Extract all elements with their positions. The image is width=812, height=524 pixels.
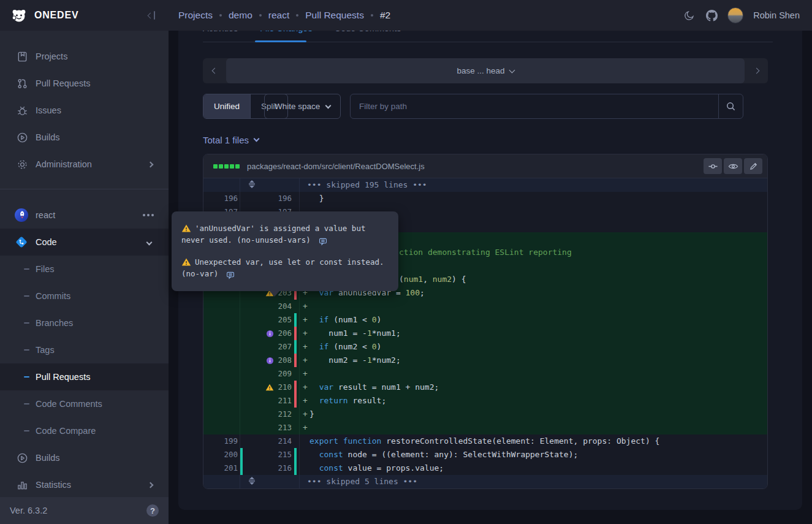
new-line-number: 210	[240, 381, 292, 394]
sidebar-project-react[interactable]: react	[0, 202, 169, 229]
diff-added-row[interactable]: 210+ var result = num1 + num2;	[203, 381, 767, 394]
sidebar-item-statistics[interactable]: Statistics	[0, 471, 169, 498]
breadcrumb-react[interactable]: react	[268, 10, 289, 21]
new-line-number: 211	[240, 394, 292, 408]
expand-lines-icon[interactable]	[248, 180, 256, 190]
user-avatar[interactable]	[727, 7, 743, 23]
range-prev-icon[interactable]	[203, 58, 226, 83]
tab-code-comments[interactable]: Code Comments	[335, 31, 401, 33]
filter-by-path-input[interactable]	[351, 94, 743, 118]
added-marker: +	[303, 354, 308, 367]
old-line-number	[203, 300, 238, 313]
info-icon[interactable]	[265, 356, 274, 365]
diff-added-row[interactable]: 211+ return result;	[203, 394, 767, 408]
tab-file-changes[interactable]: File Changes	[260, 31, 312, 33]
sidebar-item-administration[interactable]: Administration	[0, 151, 169, 178]
github-icon[interactable]	[705, 9, 718, 21]
diff-context-row[interactable]: 200215 const node = ((element: any): Sel…	[203, 448, 767, 461]
code-line: + num1 = -1*num1;	[300, 327, 767, 340]
breadcrumb-pull-requests[interactable]: Pull Requests	[305, 10, 364, 21]
collapse-sidebar-icon[interactable]	[148, 11, 155, 20]
new-line-number: 213	[240, 421, 292, 435]
breadcrumb-demo[interactable]: demo	[229, 10, 252, 21]
old-line-number	[203, 408, 238, 421]
coverage-bar	[294, 448, 297, 461]
unified-button[interactable]: Unified	[203, 94, 250, 118]
coverage-bar	[240, 448, 243, 461]
chevron-down-icon	[146, 239, 153, 245]
sidebar-item-label: Code Compare	[36, 426, 96, 436]
base-head-selector[interactable]: base ... head	[226, 58, 745, 83]
code-text: num2 = -1*num2;	[309, 354, 401, 367]
old-line-number	[203, 367, 238, 381]
edit-pencil-icon[interactable]	[744, 158, 762, 174]
diff-added-row[interactable]: 213+	[203, 421, 767, 435]
gear-icon	[16, 158, 28, 170]
diff-context-row[interactable]: 199214export function restoreControlledS…	[203, 435, 767, 448]
dash-icon	[24, 349, 29, 351]
commit-range-bar[interactable]: base ... head	[203, 58, 768, 83]
comment-icon[interactable]	[222, 269, 235, 281]
total-files-toggle[interactable]: Total 1 files	[203, 132, 259, 147]
search-icon[interactable]	[718, 94, 743, 118]
breadcrumb-separator	[219, 14, 222, 17]
comment-icon[interactable]	[315, 235, 327, 247]
expand-lines-icon[interactable]	[248, 477, 256, 487]
diff-added-row[interactable]: 208+ num2 = -1*num2;	[203, 354, 767, 367]
sidebar-item-pull-requests[interactable]: Pull Requests	[0, 363, 169, 390]
sidebar-item-label: Code	[36, 237, 57, 247]
diff-context-row[interactable]: 201216 const value = props.value;	[203, 461, 767, 475]
sidebar-item-projects[interactable]: Projects	[0, 43, 169, 70]
diff-added-row[interactable]: 207+ if (num2 < 0)	[203, 340, 767, 354]
code-line: +	[300, 300, 767, 313]
whitespace-dropdown[interactable]: White space	[264, 94, 341, 119]
sidebar-item-branches[interactable]: Branches	[0, 309, 169, 336]
added-marker: +	[303, 408, 308, 421]
whitespace-label: White space	[275, 102, 320, 111]
coverage-bar	[294, 327, 297, 340]
added-marker: +	[303, 300, 308, 313]
diff-added-row[interactable]: 206+ num1 = -1*num1;	[203, 327, 767, 340]
sidebar-item-commits[interactable]: Commits	[0, 283, 169, 309]
chevron-down-icon	[254, 136, 260, 142]
eye-icon[interactable]	[724, 158, 742, 174]
diff-added-row[interactable]: 209+	[203, 367, 767, 381]
warning-icon[interactable]	[265, 383, 274, 392]
help-icon[interactable]: ?	[146, 504, 159, 517]
coverage-bar	[294, 461, 297, 475]
sidebar-item-builds[interactable]: Builds	[0, 124, 169, 151]
range-next-icon[interactable]	[745, 58, 768, 83]
sidebar-item-code-comments[interactable]: Code Comments	[0, 390, 169, 417]
project-menu-button[interactable]	[143, 214, 154, 216]
diff-added-row[interactable]: 205+ if (num1 < 0)	[203, 313, 767, 327]
sidebar-item-builds[interactable]: Builds	[0, 444, 169, 471]
breadcrumb-projects[interactable]: Projects	[178, 10, 213, 21]
chevron-down-icon	[509, 67, 515, 73]
code-text: if (num2 < 0)	[309, 340, 381, 354]
breadcrumb-separator	[371, 14, 373, 17]
sidebar-item-label: Projects	[36, 51, 67, 61]
dash-icon	[24, 268, 29, 270]
commit-icon[interactable]	[704, 158, 722, 174]
info-icon[interactable]	[265, 329, 274, 338]
sidebar-item-code-compare[interactable]: Code Compare	[0, 417, 169, 444]
project-name: react	[36, 210, 55, 220]
diff-context-row[interactable]: 196196 }	[203, 192, 767, 205]
sidebar-item-issues[interactable]: Issues	[0, 97, 169, 124]
sidebar-item-tags[interactable]: Tags	[0, 336, 169, 363]
sidebar: ONEDEV ProjectsPull RequestsIssuesBuilds…	[0, 0, 169, 524]
sidebar-item-files[interactable]: Files	[0, 256, 169, 283]
diff-added-row[interactable]: 212+}	[203, 408, 767, 421]
tab-activities[interactable]: Activities	[203, 31, 238, 33]
sidebar-item-pull-requests[interactable]: Pull Requests	[0, 70, 169, 97]
added-marker: +	[303, 327, 308, 340]
active-tab-underline	[255, 40, 306, 42]
sidebar-item-label: Commits	[36, 291, 70, 301]
user-name[interactable]: Robin Shen	[753, 10, 800, 20]
code-text: }	[309, 408, 314, 421]
rocket-icon	[15, 208, 28, 222]
dash-icon	[24, 403, 29, 404]
diff-added-row[interactable]: 204+	[203, 300, 767, 313]
dark-mode-moon-icon[interactable]	[683, 9, 696, 21]
sidebar-item-code[interactable]: Code	[0, 229, 169, 256]
